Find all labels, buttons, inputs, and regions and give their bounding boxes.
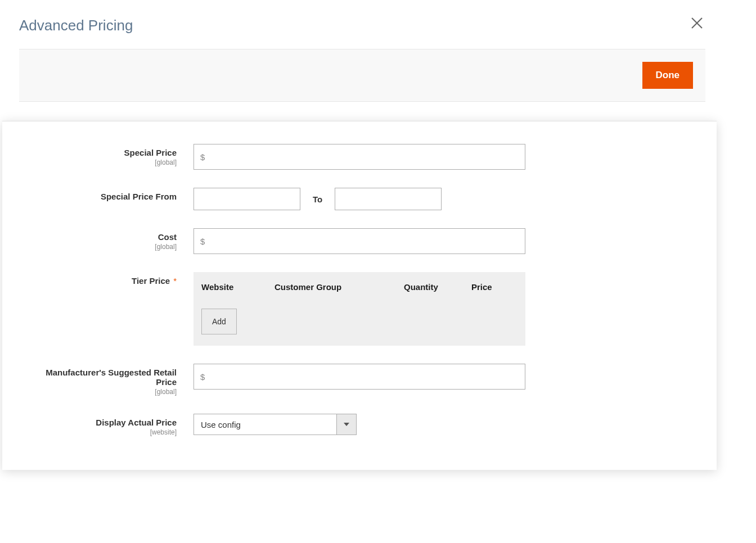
field-msrp: Manufacturer's Suggested Retail Price [g… [25,364,672,396]
tier-col-customer-group: Customer Group [274,282,404,292]
scope-text: [global] [25,388,177,396]
label-text: Manufacturer's Suggested Retail Price [46,368,177,387]
close-icon[interactable] [691,17,703,29]
field-label: Special Price From [25,188,194,201]
cost-input[interactable] [194,228,525,254]
label-text: Cost [158,232,177,242]
select-display-value: Use config [194,414,336,435]
field-label: Cost [global] [25,228,194,251]
field-label: Display Actual Price [website] [25,414,194,436]
field-label: Tier Price* [25,272,194,286]
tier-col-quantity: Quantity [404,282,471,292]
label-text: Tier Price [132,276,170,286]
field-cost: Cost [global] $ [25,228,672,254]
field-input-wrap: $ [194,364,525,390]
scope-text: [global] [25,243,177,251]
modal-title: Advanced Pricing [19,0,705,49]
field-special-price: Special Price [global] $ [25,144,672,170]
display-actual-price-select[interactable]: Use config [194,414,357,435]
special-price-from-input[interactable] [194,188,300,210]
tier-price-block: Website Customer Group Quantity Price Ad… [194,272,525,346]
label-text: Display Actual Price [96,418,177,427]
date-to-label: To [313,194,322,204]
msrp-input[interactable] [194,364,525,390]
scope-text: [website] [25,428,177,436]
advanced-pricing-modal: Advanced Pricing Done Special Price [glo… [19,0,705,470]
field-tier-price: Tier Price* Website Customer Group Quant… [25,272,672,346]
chevron-down-icon[interactable] [336,414,357,435]
date-range: To [194,188,525,210]
field-label: Special Price [global] [25,144,194,166]
field-display-actual-price: Display Actual Price [website] Use confi… [25,414,672,436]
label-text: Special Price [124,148,177,157]
scope-text: [global] [25,159,177,166]
tier-col-website: Website [201,282,274,292]
svg-marker-2 [344,423,349,426]
field-input-wrap: Website Customer Group Quantity Price Ad… [194,272,525,346]
special-price-to-input[interactable] [335,188,442,210]
field-label: Manufacturer's Suggested Retail Price [g… [25,364,194,396]
tier-price-header: Website Customer Group Quantity Price [201,282,518,292]
tier-col-price: Price [471,282,516,292]
field-input-wrap: Use config [194,414,525,435]
modal-toolbar: Done [19,49,705,102]
field-special-price-from: Special Price From To [25,188,672,210]
done-button[interactable]: Done [642,62,694,89]
label-text: Special Price From [101,192,177,201]
tier-price-add-button[interactable]: Add [201,309,237,334]
field-input-wrap: $ [194,144,525,170]
form-panel: Special Price [global] $ Special Price F… [2,121,717,470]
required-mark: * [173,276,177,286]
special-price-input[interactable] [194,144,525,170]
field-input-wrap: $ [194,228,525,254]
modal-title-text: Advanced Pricing [19,17,133,34]
